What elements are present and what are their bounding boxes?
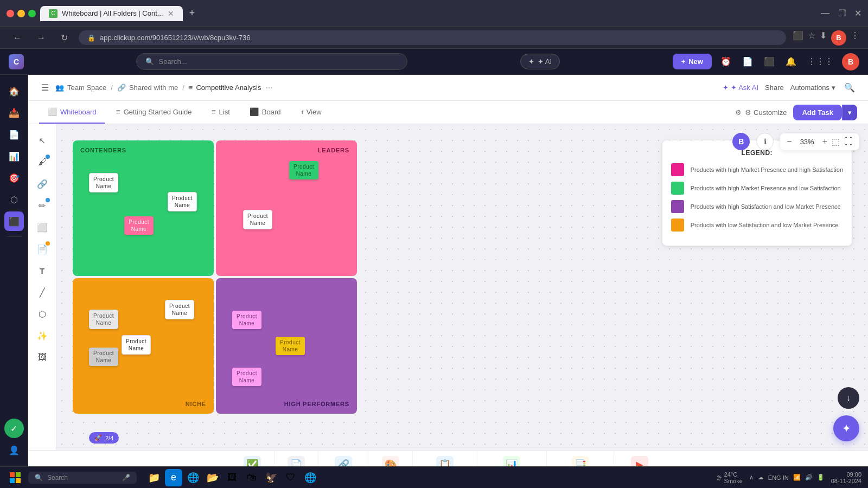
tab-getting-started[interactable]: ≡ Getting Started Guide	[107, 101, 200, 124]
wb-info-button[interactable]: ℹ	[756, 133, 774, 150]
breadcrumb-more-btn[interactable]: ···	[265, 83, 272, 93]
header-user-avatar[interactable]: B	[842, 53, 859, 70]
sticky-note-6[interactable]: Product Name	[165, 300, 194, 319]
tab-whiteboard[interactable]: ⬜ Whiteboard	[39, 101, 105, 124]
reload-button[interactable]: ↻	[56, 30, 72, 45]
fit-to-screen-btn[interactable]: ⬚	[832, 137, 840, 147]
taskbar-start-btn[interactable]	[7, 469, 24, 486]
breadcrumb-team-space[interactable]: 👥 Team Space	[55, 84, 106, 92]
fullscreen-btn[interactable]: ⛶	[844, 137, 853, 146]
customize-button[interactable]: ⚙ ⚙ Customize	[735, 108, 787, 117]
star-icon[interactable]: ☆	[808, 30, 815, 46]
sticky-note-12[interactable]: Product Name	[232, 368, 261, 386]
browser-maximize-btn[interactable]	[28, 10, 36, 17]
new-tab-button[interactable]: +	[185, 5, 200, 21]
wb-user-button[interactable]: B	[732, 133, 750, 150]
automations-button[interactable]: Automations ▾	[790, 84, 835, 92]
menu-icon[interactable]: ⋮	[851, 30, 859, 46]
taskbar-volume-icon[interactable]: 🔊	[805, 474, 813, 481]
floating-magic-btn[interactable]: ✦	[833, 415, 859, 441]
taskbar-photos-btn[interactable]: 🖼	[224, 469, 241, 486]
browser-close-btn[interactable]	[7, 10, 14, 17]
zoom-in-btn[interactable]: +	[822, 137, 827, 146]
sidebar-check-icon[interactable]: ✓	[4, 419, 24, 438]
close-icon[interactable]: ✕	[854, 8, 861, 18]
effects-tool-btn[interactable]: ✨	[33, 326, 52, 345]
tab-list[interactable]: ≡ List	[202, 101, 238, 124]
taskbar-search-bar[interactable]: 🔍 Search 🎤	[28, 472, 137, 484]
whiteboard-canvas[interactable]: CONTENDERS Product Name Product Name Pro…	[56, 124, 868, 450]
notification-icon-btn[interactable]: 🔔	[783, 54, 799, 69]
url-bar[interactable]: 🔒 app.clickup.com/9016512123/v/wb/8cpu3k…	[79, 30, 786, 45]
taskbar-edge-btn[interactable]: e	[165, 469, 182, 486]
tab-board[interactable]: ⬛ Board	[241, 101, 290, 124]
sticky-note-8[interactable]: Product Name	[122, 335, 151, 355]
taskbar-explorer-btn[interactable]: 📁	[145, 469, 163, 486]
taskbar-files-btn[interactable]: 📂	[204, 469, 221, 486]
link-tool-btn[interactable]: 🔗	[33, 174, 52, 194]
restore-icon[interactable]: ❐	[838, 8, 846, 18]
taskbar-browser3-btn[interactable]: 🌐	[302, 469, 319, 486]
sticky-note-10[interactable]: Product Name	[232, 311, 261, 329]
sidebar-home-icon[interactable]: 🏠	[4, 81, 24, 101]
screen-icon-btn[interactable]: ⬛	[762, 54, 777, 69]
add-task-dropdown-btn[interactable]: ▾	[842, 105, 857, 120]
sidebar-docs-icon[interactable]: 📄	[4, 125, 24, 144]
tab-add-view[interactable]: + View	[292, 101, 330, 124]
breadcrumb-shared-with-me[interactable]: 🔗 Shared with me	[117, 84, 178, 92]
timer-icon-btn[interactable]: ⏰	[718, 54, 733, 69]
share-button[interactable]: Share	[765, 84, 784, 92]
back-button[interactable]: ←	[9, 31, 26, 45]
sticky-note-2[interactable]: Product Name	[168, 192, 197, 211]
pen-tool-btn[interactable]: ✏	[33, 196, 52, 215]
taskbar-security-btn[interactable]: 🛡	[282, 469, 299, 486]
zoom-out-btn[interactable]: −	[787, 137, 792, 146]
nodes-tool-btn[interactable]: ⬡	[33, 304, 52, 324]
breadcrumb-search-btn[interactable]: 🔍	[842, 80, 857, 95]
sticky-note-5[interactable]: Product Name	[243, 210, 272, 229]
sticky-note-11[interactable]: Product Name	[276, 337, 305, 355]
text-tool-btn[interactable]: T	[33, 261, 52, 280]
taskbar-browser2-btn[interactable]: 🦅	[263, 469, 280, 486]
rect-tool-btn[interactable]: ⬜	[33, 217, 52, 237]
add-task-button[interactable]: Add Task	[793, 105, 842, 120]
sidebar-people-icon[interactable]: 👤	[4, 440, 24, 460]
select-tool-btn[interactable]: ↖	[33, 131, 52, 150]
download-icon[interactable]: ⬇	[820, 30, 827, 46]
forward-button[interactable]: →	[33, 31, 50, 45]
line-tool-btn[interactable]: ╱	[33, 282, 52, 302]
cast-icon[interactable]: ⬛	[793, 30, 803, 46]
sidebar-inbox-icon[interactable]: 📥	[4, 103, 24, 123]
tab-close-icon[interactable]: ✕	[168, 9, 174, 18]
sticky-note-3[interactable]: Product Name	[124, 216, 154, 235]
app-logo[interactable]: C	[9, 54, 24, 69]
scroll-down-btn[interactable]: ↓	[838, 387, 859, 409]
app-search-bar[interactable]: 🔍 Search...	[136, 53, 407, 70]
draw-tool-btn[interactable]: 🖌	[33, 152, 52, 172]
taskbar-cloud-icon[interactable]: ☁	[758, 474, 764, 481]
grid-icon-btn[interactable]: ⋮⋮⋮	[805, 54, 835, 69]
browser-minimize-btn[interactable]	[17, 10, 25, 17]
minimize-icon[interactable]: —	[821, 8, 829, 18]
sticky-note-9[interactable]: Product Name	[89, 348, 118, 366]
taskbar-chrome-btn[interactable]: 🌐	[184, 469, 202, 486]
taskbar-store-btn[interactable]: 🛍	[243, 469, 260, 486]
taskbar-wifi-icon[interactable]: 📶	[793, 474, 801, 481]
upgrade-badge[interactable]: 🚀 2/4	[89, 432, 119, 444]
note-tool-btn[interactable]: 📄	[33, 239, 52, 259]
doc-icon-btn[interactable]: 📄	[740, 54, 755, 69]
sticky-note-4[interactable]: Product Name	[289, 161, 318, 179]
sticky-note-1[interactable]: Product Name	[89, 173, 118, 192]
taskbar-up-arrow[interactable]: ∧	[749, 474, 754, 481]
sidebar-reports-icon[interactable]: 📊	[4, 146, 24, 166]
browser-active-tab[interactable]: C Whiteboard | All Folders | Cont... ✕	[40, 6, 183, 21]
media-tool-btn[interactable]: 🖼	[33, 348, 52, 367]
sidebar-goals-icon[interactable]: 🎯	[4, 168, 24, 188]
ai-button[interactable]: ✦ ✦ AI	[520, 54, 560, 69]
sidebar-spaces-icon[interactable]: ⬡	[4, 190, 24, 209]
new-button[interactable]: + New	[673, 54, 712, 69]
chrome-user-avatar[interactable]: B	[831, 30, 846, 46]
sidebar-blocks-icon[interactable]: ⬛	[4, 211, 24, 231]
sidebar-toggle-btn[interactable]: ☰	[39, 80, 51, 95]
sticky-note-7[interactable]: Product Name	[89, 310, 118, 329]
